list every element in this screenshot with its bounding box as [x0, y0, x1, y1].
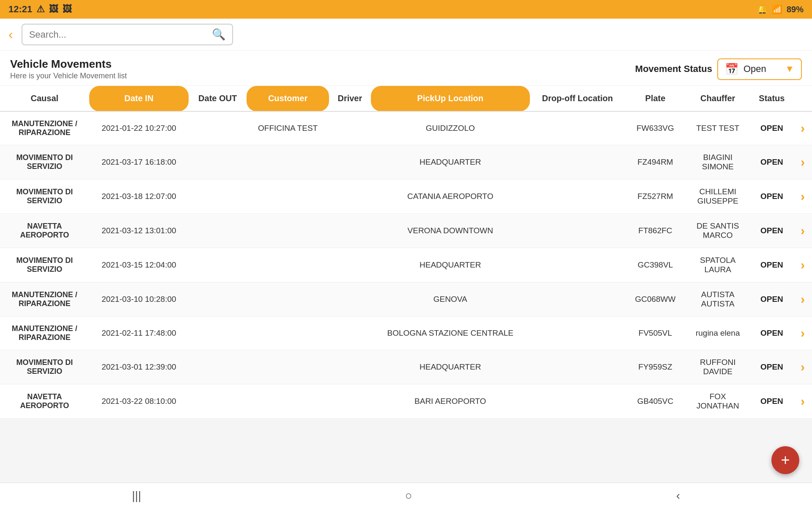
image-icon: 🖼	[49, 4, 58, 15]
col-date-in[interactable]: Date IN	[89, 86, 189, 111]
cell-dateIn: 2021-01-22 10:27:00	[89, 111, 189, 145]
cell-customer	[247, 214, 329, 248]
status-bar-right: 🔔 📶 89%	[757, 4, 804, 14]
cell-dateOut	[189, 179, 247, 214]
cell-pickupLocation: VERONA DOWNTOWN	[371, 214, 530, 248]
cell-driver	[329, 179, 371, 214]
add-fab-button[interactable]: +	[771, 446, 799, 474]
row-arrow[interactable]: ›	[793, 282, 812, 317]
cell-driver	[329, 145, 371, 179]
col-driver[interactable]: Driver	[329, 86, 371, 111]
search-input[interactable]	[29, 29, 212, 40]
cell-customer	[247, 384, 329, 419]
table-row[interactable]: MANUTENZIONE / RIPARAZIONE2021-03-10 10:…	[0, 282, 812, 317]
movement-status-select[interactable]: 📅 Open ▼	[717, 58, 802, 80]
col-action	[793, 86, 812, 111]
row-arrow[interactable]: ›	[793, 179, 812, 214]
cell-pickupLocation: HEADQUARTER	[371, 248, 530, 282]
cell-causal: MOVIMENTO DI SERVIZIO	[0, 145, 89, 179]
vehicle-movements-table: Causal Date IN Date OUT Customer Driver …	[0, 86, 812, 419]
cell-status: OPEN	[750, 145, 794, 179]
col-causal[interactable]: Causal	[0, 86, 89, 111]
cell-driver	[329, 214, 371, 248]
row-arrow[interactable]: ›	[793, 111, 812, 145]
cell-dropoffLocation	[530, 317, 625, 350]
cell-plate: GC068WW	[625, 282, 686, 317]
cell-dateOut	[189, 111, 247, 145]
cell-plate: FW633VG	[625, 111, 686, 145]
cell-pickupLocation: BARI AEROPORTO	[371, 384, 530, 419]
cell-status: OPEN	[750, 317, 794, 350]
cell-plate: FY959SZ	[625, 350, 686, 384]
row-arrow[interactable]: ›	[793, 384, 812, 419]
row-arrow[interactable]: ›	[793, 145, 812, 179]
nav-menu-button[interactable]: |||	[115, 485, 158, 507]
cell-customer	[247, 248, 329, 282]
cell-dateIn: 2021-03-17 16:18:00	[89, 145, 189, 179]
cell-dropoffLocation	[530, 384, 625, 419]
table-row[interactable]: MOVIMENTO DI SERVIZIO2021-03-17 16:18:00…	[0, 145, 812, 179]
table-row[interactable]: MOVIMENTO DI SERVIZIO2021-03-18 12:07:00…	[0, 179, 812, 214]
page-title: Vehicle Movements	[10, 58, 127, 71]
table-row[interactable]: NAVETTA AEROPORTO2021-03-22 08:10:00BARI…	[0, 384, 812, 419]
cell-pickupLocation: BOLOGNA STAZIONE CENTRALE	[371, 317, 530, 350]
cell-driver	[329, 248, 371, 282]
col-plate[interactable]: Plate	[625, 86, 686, 111]
cell-causal: MANUTENZIONE / RIPARAZIONE	[0, 282, 89, 317]
table-row[interactable]: MOVIMENTO DI SERVIZIO2021-03-15 12:04:00…	[0, 248, 812, 282]
cell-pickupLocation: HEADQUARTER	[371, 350, 530, 384]
cell-causal: MOVIMENTO DI SERVIZIO	[0, 179, 89, 214]
cell-customer	[247, 317, 329, 350]
cell-dateOut	[189, 248, 247, 282]
cell-customer: OFFICINA TEST	[247, 111, 329, 145]
col-dropoff-location[interactable]: Drop-off Location	[530, 86, 625, 111]
page-header-left: Vehicle Movements Here is your Vehicle M…	[10, 58, 127, 80]
col-date-out[interactable]: Date OUT	[189, 86, 247, 111]
cell-dateIn: 2021-03-22 08:10:00	[89, 384, 189, 419]
col-pickup-location[interactable]: PickUp Location	[371, 86, 530, 111]
table-row[interactable]: MANUTENZIONE / RIPARAZIONE2021-02-11 17:…	[0, 317, 812, 350]
cell-pickupLocation: GENOVA	[371, 282, 530, 317]
cell-chauffer: FOX JONATHAN	[686, 384, 750, 419]
table-row[interactable]: MANUTENZIONE / RIPARAZIONE2021-01-22 10:…	[0, 111, 812, 145]
row-arrow[interactable]: ›	[793, 248, 812, 282]
row-arrow[interactable]: ›	[793, 214, 812, 248]
cell-status: OPEN	[750, 179, 794, 214]
cell-chauffer: DE SANTIS MARCO	[686, 214, 750, 248]
cell-dropoffLocation	[530, 179, 625, 214]
cell-driver	[329, 384, 371, 419]
calendar-icon: 📅	[725, 63, 738, 76]
status-bar-left: 12:21 ⚠ 🖼 🖼	[8, 4, 72, 15]
cell-causal: NAVETTA AEROPORTO	[0, 384, 89, 419]
cell-dropoffLocation	[530, 282, 625, 317]
nav-back-button[interactable]: ‹	[659, 485, 697, 507]
network-icon: 📶	[772, 4, 782, 14]
cell-driver	[329, 317, 371, 350]
cell-causal: MOVIMENTO DI SERVIZIO	[0, 350, 89, 384]
cell-plate: FZ494RM	[625, 145, 686, 179]
cell-customer	[247, 145, 329, 179]
col-status[interactable]: Status	[750, 86, 794, 111]
back-button[interactable]: ‹	[8, 27, 13, 42]
cell-status: OPEN	[750, 384, 794, 419]
cell-dropoffLocation	[530, 145, 625, 179]
table-row[interactable]: MOVIMENTO DI SERVIZIO2021-03-01 12:39:00…	[0, 350, 812, 384]
col-customer[interactable]: Customer	[247, 86, 329, 111]
row-arrow[interactable]: ›	[793, 350, 812, 384]
row-arrow[interactable]: ›	[793, 317, 812, 350]
nav-home-button[interactable]: ○	[388, 485, 429, 507]
cell-status: OPEN	[750, 248, 794, 282]
cell-dateIn: 2021-03-10 10:28:00	[89, 282, 189, 317]
cell-dropoffLocation	[530, 214, 625, 248]
cell-dateOut	[189, 317, 247, 350]
col-chauffer[interactable]: Chauffer	[686, 86, 750, 111]
cell-chauffer: BIAGINI SIMONE	[686, 145, 750, 179]
table-row[interactable]: NAVETTA AEROPORTO2021-03-12 13:01:00VERO…	[0, 214, 812, 248]
cell-pickupLocation: GUIDIZZOLO	[371, 111, 530, 145]
cell-dateIn: 2021-02-11 17:48:00	[89, 317, 189, 350]
image2-icon: 🖼	[63, 4, 72, 15]
movement-status-container: Movement Status 📅 Open ▼	[635, 58, 802, 80]
cell-plate: FT862FC	[625, 214, 686, 248]
cell-driver	[329, 350, 371, 384]
cell-dropoffLocation	[530, 111, 625, 145]
